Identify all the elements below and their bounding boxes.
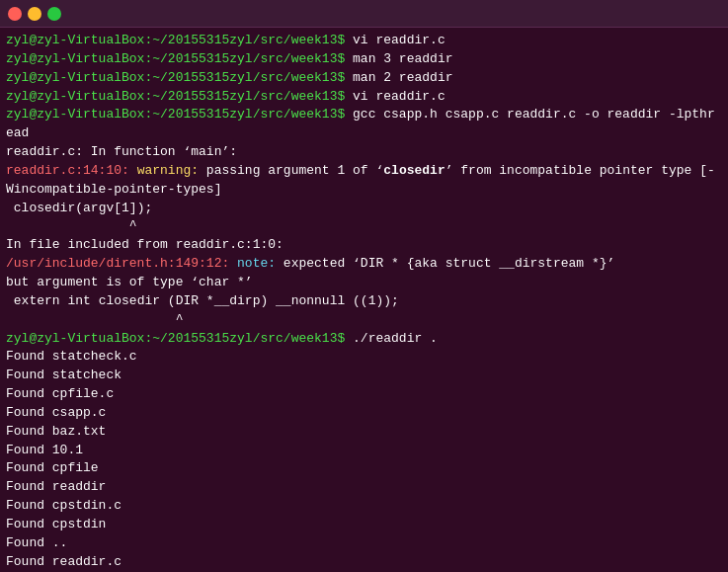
terminal-line: zyl@zyl-VirtualBox:~/20155315zyl/src/wee… [6,330,722,349]
terminal-line: Found readdir [6,478,722,497]
terminal-line: ^ [6,311,722,330]
terminal-line: readdir.c: In function ‘main’: [6,143,722,162]
terminal-line: Found baz.txt [6,423,722,442]
title-bar [0,0,728,28]
terminal-line: zyl@zyl-VirtualBox:~/20155315zyl/src/wee… [6,106,722,143]
terminal-line: ^ [6,217,722,236]
terminal-line: closedir(argv[1]); [6,200,722,218]
maximize-button[interactable] [47,7,61,21]
terminal-line: Found cpstdin.c [6,497,722,516]
terminal-line: Found statcheck.c [6,348,722,367]
terminal-line: but argument is of type ‘char *’ [6,274,722,292]
terminal-line: zyl@zyl-VirtualBox:~/20155315zyl/src/wee… [6,50,722,69]
terminal-line: Found 10.1 [6,442,722,460]
close-button[interactable] [8,7,22,21]
terminal-line: Found readdir.c [6,553,722,572]
terminal-line: /usr/include/dirent.h:149:12: note: expe… [6,255,722,274]
terminal-line: Found csapp.c [6,404,722,423]
terminal-line: zyl@zyl-VirtualBox:~/20155315zyl/src/wee… [6,32,722,50]
terminal-line: In file included from readdir.c:1:0: [6,236,722,255]
terminal-line: Found cpfile [6,459,722,478]
terminal-line: Found cpfile.c [6,385,722,404]
terminal-line: readdir.c:14:10: warning: passing argume… [6,162,722,200]
terminal-line: Found cpstdin [6,516,722,534]
terminal-line: extern int closedir (DIR *__dirp) __nonn… [6,292,722,311]
terminal-body[interactable]: zyl@zyl-VirtualBox:~/20155315zyl/src/wee… [0,28,728,572]
terminal-line: zyl@zyl-VirtualBox:~/20155315zyl/src/wee… [6,88,722,107]
terminal-line: zyl@zyl-VirtualBox:~/20155315zyl/src/wee… [6,69,722,88]
terminal-line: Found statcheck [6,367,722,385]
terminal-line: Found .. [6,534,722,553]
minimize-button[interactable] [28,7,41,21]
